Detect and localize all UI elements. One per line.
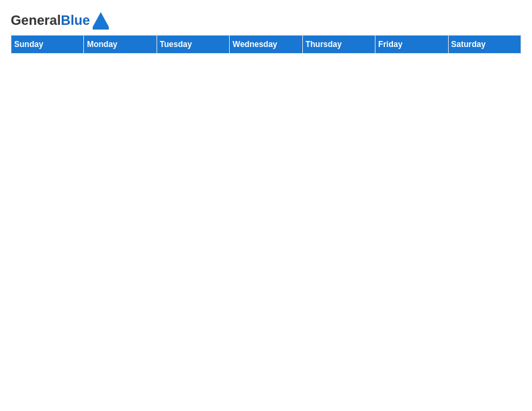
svg-rect-1 xyxy=(93,27,109,30)
logo-general-text: General xyxy=(11,13,60,28)
col-saturday: Saturday xyxy=(448,36,521,54)
col-wednesday: Wednesday xyxy=(230,36,302,54)
weekday-header-row: Sunday Monday Tuesday Wednesday Thursday… xyxy=(11,36,521,54)
col-monday: Monday xyxy=(84,36,157,54)
col-friday: Friday xyxy=(375,36,448,54)
col-sunday: Sunday xyxy=(11,36,84,54)
logo: General Blue xyxy=(11,11,110,30)
logo-icon xyxy=(91,11,110,30)
header: General Blue xyxy=(11,11,521,30)
col-thursday: Thursday xyxy=(302,36,375,54)
svg-marker-0 xyxy=(93,12,109,27)
logo-blue-text: Blue xyxy=(60,13,89,28)
calendar: Sunday Monday Tuesday Wednesday Thursday… xyxy=(11,35,521,54)
col-tuesday: Tuesday xyxy=(157,36,229,54)
